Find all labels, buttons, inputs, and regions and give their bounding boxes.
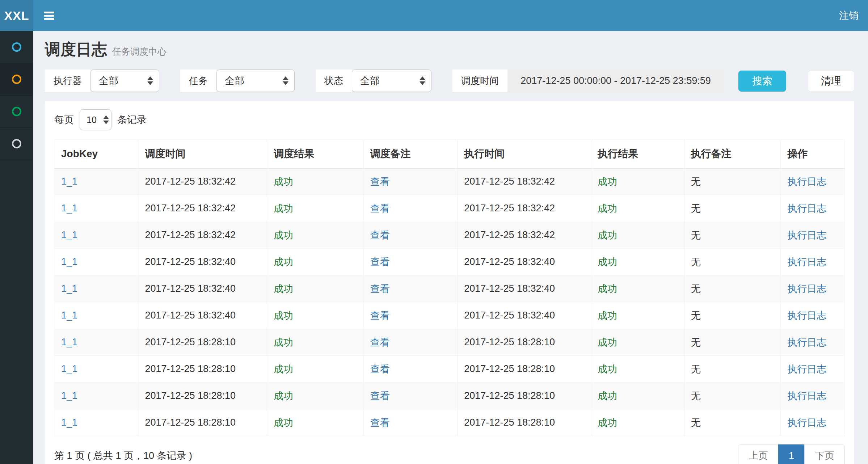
search-button[interactable]: 搜索 [738, 71, 786, 92]
trigger-remark-link[interactable]: 查看 [363, 249, 458, 275]
table-row: 1_1 2017-12-25 18:32:42 成功 查看 2017-12-25… [55, 168, 845, 195]
trigger-time-cell: 2017-12-25 18:32:40 [138, 275, 267, 302]
handle-result-cell: 成功 [591, 275, 684, 302]
handle-result-cell: 成功 [591, 195, 684, 222]
nav-dashboard[interactable] [0, 31, 33, 63]
jobkey-link[interactable]: 1_1 [55, 409, 138, 436]
next-page-button[interactable]: 下页 [804, 444, 844, 464]
select-arrows-icon [420, 76, 425, 85]
job-filter-group: 任务 全部 [180, 69, 295, 92]
trigger-remark-link[interactable]: 查看 [363, 302, 458, 329]
handle-remark-cell: 无 [684, 249, 780, 275]
column-header: 执行备注 [684, 140, 780, 168]
jobkey-link[interactable]: 1_1 [55, 275, 138, 302]
exec-log-link[interactable]: 执行日志 [781, 302, 845, 329]
table-row: 1_1 2017-12-25 18:28:10 成功 查看 2017-12-25… [55, 329, 845, 356]
exec-log-link[interactable]: 执行日志 [781, 222, 845, 249]
jobkey-link[interactable]: 1_1 [55, 195, 138, 222]
column-header: 执行结果 [591, 140, 684, 168]
trigger-remark-link[interactable]: 查看 [363, 383, 458, 409]
logout-link[interactable]: 注销 [839, 9, 859, 22]
handle-result-cell: 成功 [591, 356, 684, 383]
executor-filter-label: 执行器 [45, 69, 90, 92]
top-header: XXL 注销 [0, 0, 868, 31]
column-header: 操作 [781, 140, 845, 168]
trigger-remark-link[interactable]: 查看 [363, 329, 458, 356]
handle-result-cell: 成功 [591, 302, 684, 329]
exec-log-link[interactable]: 执行日志 [781, 275, 845, 302]
page-size-control: 每页 10 条记录 [54, 109, 845, 130]
handle-result-cell: 成功 [591, 383, 684, 409]
handle-time-cell: 2017-12-25 18:28:10 [458, 329, 591, 356]
page-header: 调度日志 任务调度中心 [45, 39, 854, 60]
jobkey-link[interactable]: 1_1 [55, 356, 138, 383]
time-filter-group: 调度时间 [452, 69, 724, 92]
clear-button[interactable]: 清理 [808, 71, 854, 92]
exec-log-link[interactable]: 执行日志 [781, 383, 845, 409]
status-select[interactable]: 全部 [352, 69, 431, 92]
handle-remark-cell: 无 [684, 383, 780, 409]
exec-log-link[interactable]: 执行日志 [781, 409, 845, 436]
trigger-remark-link[interactable]: 查看 [363, 195, 458, 222]
exec-log-link[interactable]: 执行日志 [781, 168, 845, 195]
time-range-input[interactable] [507, 69, 724, 92]
handle-remark-cell: 无 [684, 168, 780, 195]
jobkey-link[interactable]: 1_1 [55, 383, 138, 409]
jobkey-link[interactable]: 1_1 [55, 249, 138, 275]
handle-remark-cell: 无 [684, 195, 780, 222]
nav-help[interactable] [0, 128, 33, 160]
handle-result-cell: 成功 [591, 329, 684, 356]
handle-time-cell: 2017-12-25 18:32:40 [458, 249, 591, 275]
pagination: 上页 1 下页 [738, 444, 845, 464]
exec-log-link[interactable]: 执行日志 [781, 329, 845, 356]
page-size-select[interactable]: 10 [80, 109, 111, 130]
trigger-result-cell: 成功 [267, 222, 363, 249]
page-title: 调度日志 [45, 39, 107, 60]
handle-result-cell: 成功 [591, 222, 684, 249]
trigger-remark-link[interactable]: 查看 [363, 275, 458, 302]
jobkey-link[interactable]: 1_1 [55, 329, 138, 356]
handle-time-cell: 2017-12-25 18:28:10 [458, 356, 591, 383]
trigger-time-cell: 2017-12-25 18:32:42 [138, 168, 267, 195]
page-size-value: 10 [87, 115, 97, 125]
exec-log-link[interactable]: 执行日志 [781, 249, 845, 275]
executor-select[interactable]: 全部 [90, 69, 159, 92]
exec-log-link[interactable]: 执行日志 [781, 195, 845, 222]
page-size-prefix: 每页 [54, 113, 74, 126]
trigger-time-cell: 2017-12-25 18:28:10 [138, 383, 267, 409]
handle-remark-cell: 无 [684, 275, 780, 302]
column-header: 调度备注 [363, 140, 458, 168]
trigger-remark-link[interactable]: 查看 [363, 222, 458, 249]
current-page-button[interactable]: 1 [778, 444, 804, 464]
jobkey-link[interactable]: 1_1 [55, 302, 138, 329]
trigger-time-cell: 2017-12-25 18:28:10 [138, 409, 267, 436]
trigger-result-cell: 成功 [267, 329, 363, 356]
trigger-remark-link[interactable]: 查看 [363, 356, 458, 383]
executor-filter-group: 执行器 全部 [45, 69, 159, 92]
job-select[interactable]: 全部 [216, 69, 295, 92]
jobkey-link[interactable]: 1_1 [55, 222, 138, 249]
column-header: 调度时间 [138, 140, 267, 168]
trigger-remark-link[interactable]: 查看 [363, 168, 458, 195]
pagination-summary: 第 1 页 ( 总共 1 页，10 条记录 ) [54, 449, 192, 462]
handle-result-cell: 成功 [591, 409, 684, 436]
main-content: 调度日志 任务调度中心 执行器 全部 任务 全部 状态 全部 [33, 31, 868, 464]
select-arrows-icon [283, 76, 288, 85]
exec-log-link[interactable]: 执行日志 [781, 356, 845, 383]
nav-executor[interactable] [0, 96, 33, 128]
handle-result-cell: 成功 [591, 249, 684, 275]
handle-time-cell: 2017-12-25 18:32:42 [458, 222, 591, 249]
trigger-time-cell: 2017-12-25 18:32:42 [138, 195, 267, 222]
handle-remark-cell: 无 [684, 356, 780, 383]
trigger-remark-link[interactable]: 查看 [363, 409, 458, 436]
page-size-suffix: 条记录 [117, 113, 147, 126]
app-logo[interactable]: XXL [0, 0, 33, 31]
prev-page-button[interactable]: 上页 [738, 444, 778, 464]
trigger-result-cell: 成功 [267, 302, 363, 329]
sidebar-toggle-icon[interactable] [44, 10, 54, 21]
circle-icon [12, 42, 21, 52]
nav-job-log[interactable] [0, 63, 33, 96]
trigger-time-cell: 2017-12-25 18:28:10 [138, 356, 267, 383]
trigger-time-cell: 2017-12-25 18:32:40 [138, 249, 267, 275]
jobkey-link[interactable]: 1_1 [55, 168, 138, 195]
